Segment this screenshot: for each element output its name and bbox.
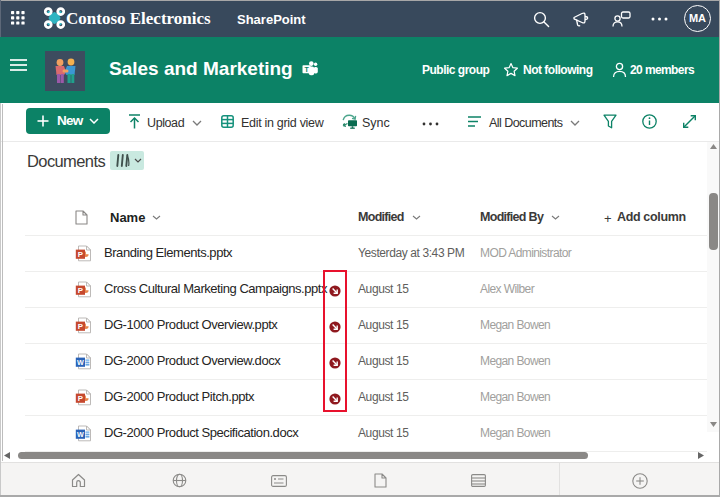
svg-text:W: W <box>77 429 84 438</box>
svg-text:W: W <box>77 357 84 366</box>
svg-text:P: P <box>78 249 83 258</box>
svg-text:P: P <box>78 321 83 330</box>
svg-text:P: P <box>78 285 83 294</box>
svg-text:P: P <box>78 393 83 402</box>
svg-text:T: T <box>304 66 309 73</box>
